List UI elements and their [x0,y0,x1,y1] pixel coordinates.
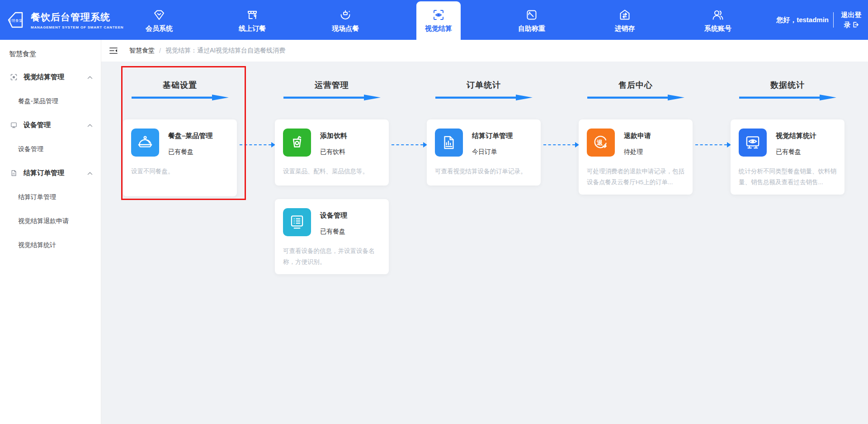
card-desc: 可处理消费者的退款申请记录，包括设备点餐及云餐厅H5上的订单... [587,166,684,187]
card-settlement-order-mgmt[interactable]: 结算订单管理 今日订单 可查看视觉结算设备的订单记录。 [427,119,541,186]
sidebar-item-label: 餐盘-菜品管理 [18,97,58,105]
logout-icon [852,21,859,28]
card-desc: 设置菜品、配料、菜品信息等。 [283,166,381,177]
users-icon [712,8,724,22]
main-content: 基础设置 餐盘–菜品管理 已有餐盘 设置不同餐盘。 运营管理 [101,62,868,424]
card-status: 待处理 [624,148,651,156]
sidebar-group-label: 设备管理 [24,121,51,129]
nav-item-visual-checkout[interactable]: 视觉结算 [392,0,485,40]
sidebar-group-label: 结算订单管理 [24,169,64,177]
column-title: 基础设置 [123,80,237,91]
app-window: 智慧食堂 餐饮后台管理系统 MANAGEMENT SYSTEM OF SMART… [0,0,868,424]
page-title: 餐饮后台管理系统 [31,11,123,24]
nav-item-member-system[interactable]: 会员系统 [113,0,206,40]
scale-gauge-icon [525,8,538,22]
card-dish-menu-mgmt[interactable]: 餐盘–菜品管理 已有餐盘 设置不同餐盘。 [123,119,237,196]
breadcrumb-separator: / [159,47,161,54]
flow-connector-arrow [392,144,423,145]
card-refund-request[interactable]: 退 退款申请 待处理 可处理消费者的退款申请记录，包括设备点餐及云餐厅H5上的订… [579,119,693,195]
card-status: 已有餐盘 [168,148,212,156]
sidebar-item-label: 视觉结算统计 [18,241,56,249]
flow-column-data-stats: 数据统计 视觉结算统计 已有餐盘 统计分析不同类型餐盘销量、饮料销量、销售总额及… [731,62,844,195]
column-arrow-icon [435,95,533,100]
nav-item-label: 系统账号 [704,24,731,33]
card-status: 已有餐盘 [320,228,347,236]
user-greeting: 您好，testadmin [776,16,829,24]
sidebar-item-dish-menu-mgmt[interactable]: 餐盘-菜品管理 [0,89,101,113]
chevron-up-icon [87,172,93,175]
sidebar-item-device-mgmt[interactable]: 设备管理 [0,137,101,161]
divider [833,12,834,28]
flow-column-order-stats: 订单统计 结算订单管理 今日订单 可查看视觉结算设备的订单记录。 [427,62,541,186]
nav-item-label: 会员系统 [146,24,173,33]
document-icon [10,169,18,177]
sidebar-item-visual-checkout-stats[interactable]: 视觉结算统计 [0,233,101,257]
flow-connector-arrow [240,144,271,145]
column-arrow-icon [739,95,836,100]
card-device-mgmt[interactable]: 设备管理 已有餐盘 可查看设备的信息，并设置设备名称，方便识别。 [275,199,389,274]
refund-icon: 退 [587,129,615,157]
card-add-drinks[interactable]: 添加饮料 已有饮料 设置菜品、配料、菜品信息等。 [275,119,389,186]
svg-text:退: 退 [597,139,603,146]
card-desc: 可查看设备的信息，并设置设备名称，方便识别。 [283,246,381,267]
sidebar: 智慧食堂 视觉结算管理 餐盘-菜品管理 设备管理 设备管理 结算订单管理 结算订… [0,40,101,424]
breadcrumb-root[interactable]: 智慧食堂 [129,47,155,55]
nav-item-onsite-ordering[interactable]: 现场点餐 [299,0,392,40]
column-arrow-icon [587,95,684,100]
flow-column-basic-settings: 基础设置 餐盘–菜品管理 已有餐盘 设置不同餐盘。 [123,62,237,196]
column-title: 售后中心 [579,80,693,91]
flow-connector-arrow [543,144,575,145]
nav-item-self-weighing[interactable]: 自助称重 [485,0,578,40]
card-title: 添加饮料 [320,132,347,140]
user-area: 您好，testadmin 退出登录 [776,0,864,40]
nav-item-system-account[interactable]: 系统账号 [671,0,764,40]
dine-in-bowl-icon [339,8,352,22]
nav-item-inventory[interactable]: 进销存 [578,0,671,40]
flow-column-after-sales: 售后中心 退 退款申请 待处理 可处理消费者的退款申请记录，包括设备点餐及云餐厅… [579,62,693,195]
card-title: 设备管理 [320,211,347,220]
column-arrow-icon [132,95,229,100]
card-title: 视觉结算统计 [776,132,816,140]
menu-fold-icon[interactable] [109,47,118,54]
sidebar-title: 智慧食堂 [0,40,101,65]
monitor-icon [10,121,18,129]
sidebar-group-device-mgmt[interactable]: 设备管理 [0,113,101,137]
gem-icon [153,8,165,22]
drink-cup-icon [283,129,311,157]
nav-item-label: 线上订餐 [239,24,266,33]
device-screen-icon [283,208,311,236]
monitor-eye-icon [739,129,767,157]
card-title: 餐盘–菜品管理 [168,132,212,140]
card-title: 退款申请 [624,132,651,140]
app-header: 智慧食堂 餐饮后台管理系统 MANAGEMENT SYSTEM OF SMART… [0,0,868,40]
sidebar-group-settlement-orders[interactable]: 结算订单管理 [0,161,101,185]
app-titles: 餐饮后台管理系统 MANAGEMENT SYSTEM OF SMART CANT… [31,11,123,29]
sidebar-group-label: 视觉结算管理 [24,73,64,81]
vision-scan-icon [432,8,445,22]
column-title: 数据统计 [731,80,844,91]
sidebar-item-visual-refund-request[interactable]: 视觉结算退款申请 [0,209,101,233]
breadcrumb-bar: 智慧食堂 / 视觉结算：通过AI视觉结算台自选餐线消费 [101,40,868,62]
flow-column-operations: 运营管理 添加饮料 已有饮料 设置菜品、配料、菜品信息等。 [275,62,389,274]
sidebar-group-visual-checkout-mgmt[interactable]: 视觉结算管理 [0,65,101,89]
column-title: 运营管理 [275,80,389,91]
top-nav: 会员系统 线上订餐 现场点餐 [113,0,764,40]
card-status: 已有饮料 [320,148,347,156]
logout-button[interactable]: 退出登录 [838,10,864,30]
nav-item-label: 现场点餐 [332,24,359,33]
sidebar-item-label: 设备管理 [18,145,43,153]
sidebar-item-settlement-order-mgmt[interactable]: 结算订单管理 [0,185,101,209]
logo-text: 智慧食堂 [8,19,23,23]
card-status: 已有餐盘 [776,148,816,156]
card-visual-checkout-stats[interactable]: 视觉结算统计 已有餐盘 统计分析不同类型餐盘销量、饮料销量、销售总额及查看过去销… [731,119,844,195]
page-subtitle: MANAGEMENT SYSTEM OF SMART CANTEEN [31,25,123,29]
column-title: 订单统计 [427,80,541,91]
report-doc-icon [435,129,463,157]
warehouse-arrows-icon [618,8,631,22]
sidebar-item-label: 视觉结算退款申请 [18,217,69,225]
sidebar-item-label: 结算订单管理 [18,193,56,201]
card-title: 结算订单管理 [472,132,513,140]
nav-item-online-ordering[interactable]: 线上订餐 [206,0,299,40]
card-status: 今日订单 [472,148,513,156]
breadcrumb-current: 视觉结算：通过AI视觉结算台自选餐线消费 [165,47,285,55]
